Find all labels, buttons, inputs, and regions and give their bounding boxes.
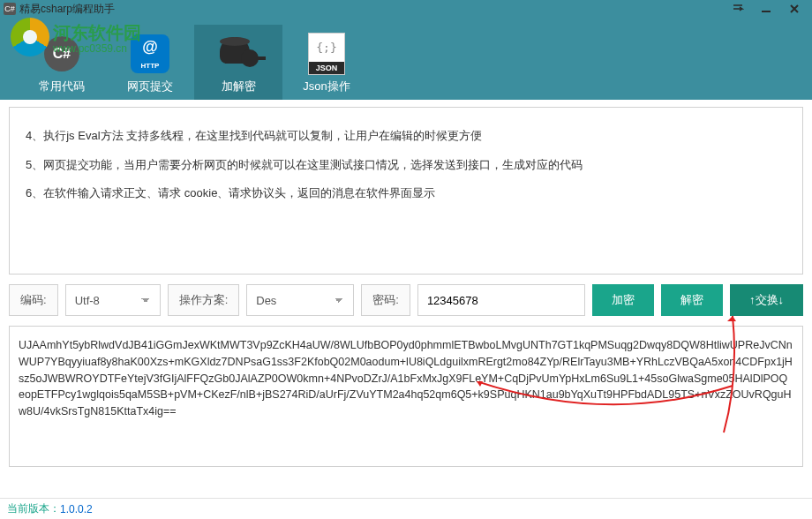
scheme-label: 操作方案: <box>168 284 240 316</box>
version-number: 1.0.0.2 <box>60 503 93 515</box>
password-label: 密码: <box>361 284 410 316</box>
encoding-label: 编码: <box>9 284 58 316</box>
tab-label: 网页提交 <box>127 79 173 94</box>
desc-line: 6、在软件输入请求正文、请求 cookie、请求协议头，返回的消息在软件界面显示 <box>26 179 786 208</box>
control-row: 编码: Utf-8 操作方案: Des 密码: 加密 解密 ↑交换↓ <box>9 282 803 319</box>
settings-icon[interactable] <box>731 3 745 15</box>
window-title: 精易csharp编程助手 <box>19 2 115 17</box>
statusbar: 当前版本： 1.0.0.2 <box>0 498 812 519</box>
encoding-select[interactable]: Utf-8 <box>65 284 161 316</box>
tab-label: 加解密 <box>222 79 256 94</box>
tab-label: 常用代码 <box>39 79 85 94</box>
main-toolbar: C# 常用代码 网页提交 加解密 Json操作 <box>0 18 812 100</box>
description-box[interactable]: 4、执行js Eval方法 支持多线程，在这里找到代码就可以复制，让用户在编辑的… <box>9 107 803 275</box>
svg-rect-0 <box>762 11 771 12</box>
version-label: 当前版本： <box>7 501 60 516</box>
tab-label: Json操作 <box>303 79 350 94</box>
tab-crypto[interactable]: 加解密 <box>194 25 282 100</box>
tab-common-code[interactable]: C# 常用代码 <box>18 25 106 100</box>
minimize-button[interactable] <box>759 3 773 15</box>
swap-button[interactable]: ↑交换↓ <box>730 284 803 316</box>
http-icon <box>131 34 169 73</box>
output-textarea[interactable]: UJAAmhYt5ybRlwdVdJB41iGGmJexWKtMWT3Vp9Zc… <box>9 326 803 467</box>
password-input[interactable] <box>417 284 585 316</box>
crypt-icon <box>220 35 257 72</box>
decrypt-button[interactable]: 解密 <box>661 284 723 316</box>
tab-json[interactable]: Json操作 <box>282 25 371 100</box>
desc-line: 5、网页提交功能，当用户需要分析网页的时候就可以在这里测试接口情况，选择发送到接… <box>26 151 786 180</box>
json-icon <box>308 33 345 75</box>
app-icon: C# <box>4 3 16 15</box>
scheme-select[interactable]: Des <box>246 284 354 316</box>
close-button[interactable] <box>787 3 801 15</box>
titlebar: C# 精易csharp编程助手 <box>0 0 812 18</box>
tab-web-submit[interactable]: 网页提交 <box>106 25 194 100</box>
encrypt-button[interactable]: 加密 <box>592 284 654 316</box>
csharp-icon: C# <box>44 36 79 71</box>
content-area: 4、执行js Eval方法 支持多线程，在这里找到代码就可以复制，让用户在编辑的… <box>0 100 812 498</box>
desc-line: 4、执行js Eval方法 支持多线程，在这里找到代码就可以复制，让用户在编辑的… <box>26 122 786 151</box>
